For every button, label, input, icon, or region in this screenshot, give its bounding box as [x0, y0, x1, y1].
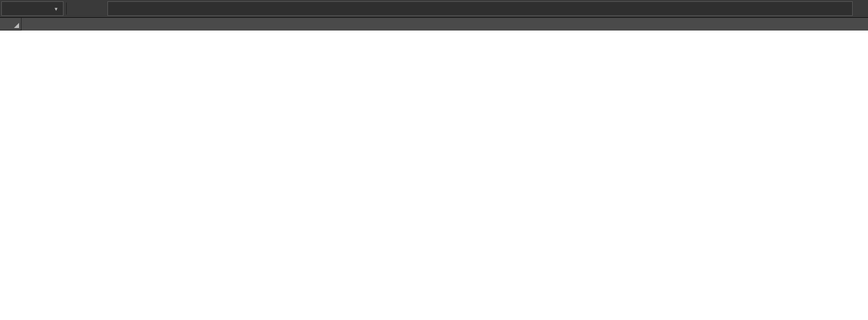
formula-buttons — [68, 0, 106, 17]
formula-bar: ▾ — [0, 0, 868, 18]
worksheet[interactable] — [0, 18, 868, 31]
cancel-icon[interactable] — [71, 3, 83, 15]
name-box[interactable]: ▾ — [1, 1, 64, 16]
formula-input[interactable] — [107, 1, 853, 16]
select-all-button[interactable] — [0, 18, 22, 31]
divider — [66, 3, 67, 15]
chevron-down-icon[interactable]: ▾ — [55, 6, 58, 12]
accept-icon[interactable] — [85, 3, 97, 15]
expand-formula-bar-icon[interactable] — [854, 0, 868, 17]
column-headers — [0, 18, 868, 31]
